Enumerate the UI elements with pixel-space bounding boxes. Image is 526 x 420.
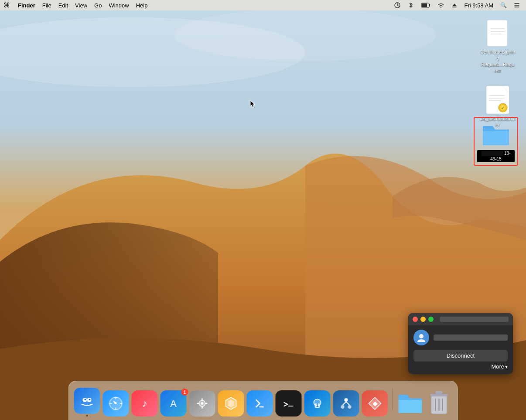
menubar-right: Fri 9:58 AM 🔍 (391, 2, 523, 9)
user-name-field (434, 335, 508, 341)
trash-dock-icon (426, 390, 452, 417)
menu-help[interactable]: Help (133, 0, 151, 10)
1password-dock-icon: 1 (304, 390, 331, 417)
popup-zoom-button[interactable] (428, 317, 434, 322)
popup-title-blocked (440, 317, 509, 322)
menu-window[interactable]: Window (105, 0, 132, 10)
wifi-status[interactable] (435, 2, 447, 8)
dock-item-system-prefs[interactable] (189, 390, 215, 417)
popup-content: Disconnect More ▾ (408, 325, 513, 374)
more-chevron: ▾ (505, 364, 508, 370)
menu-view[interactable]: View (72, 0, 91, 10)
more-label: More (491, 363, 504, 370)
menu-finder[interactable]: Finder (14, 0, 39, 10)
svg-rect-40 (202, 398, 203, 400)
popup-user-row (413, 330, 508, 345)
popup-actions: Disconnect (413, 350, 508, 362)
finder-active-dot (86, 415, 88, 417)
terminal-dock-icon (276, 390, 302, 417)
svg-point-53 (348, 405, 352, 409)
dock-item-appstore[interactable]: A 1 (161, 390, 187, 417)
svg-line-54 (343, 402, 346, 405)
folder-label-prefix: ███████ (482, 151, 503, 156)
popup-close-button[interactable] (413, 317, 418, 322)
csr-icon-image (484, 19, 512, 47)
dock-item-folder[interactable] (397, 390, 424, 417)
sourcetree-dock-icon (333, 390, 359, 417)
svg-line-55 (346, 402, 350, 405)
svg-rect-6 (429, 4, 430, 7)
dock-item-xcode[interactable] (247, 390, 273, 417)
dock-item-terminal[interactable] (276, 390, 302, 417)
svg-point-35 (115, 403, 117, 404)
selected-folder-label: ███████ 18-49-15 (477, 150, 515, 162)
finder-dock-icon (74, 388, 100, 414)
svg-rect-60 (436, 391, 443, 394)
svg-rect-26 (483, 130, 509, 131)
svg-rect-5 (422, 3, 427, 7)
svg-text:A: A (170, 398, 177, 409)
dock-item-sketch[interactable] (218, 390, 244, 417)
svg-point-31 (85, 399, 86, 400)
apple-menu[interactable]: ⌘ (3, 1, 10, 9)
dock: ♪ A 1 (68, 381, 458, 420)
more-row[interactable]: More ▾ (413, 363, 508, 370)
svg-text:♪: ♪ (142, 397, 147, 409)
dock-item-finder[interactable] (74, 388, 100, 417)
user-avatar (413, 330, 429, 345)
svg-rect-41 (202, 406, 203, 409)
clock: Fri 9:58 AM (462, 2, 496, 9)
appstore-badge: 1 (181, 389, 188, 396)
dock-item-music[interactable]: ♪ (132, 390, 158, 417)
folder-dock-icon (397, 390, 424, 417)
svg-point-51 (345, 398, 348, 402)
svg-point-39 (201, 402, 204, 405)
dock-item-safari[interactable] (103, 390, 129, 417)
svg-point-32 (89, 399, 91, 400)
xcode-dock-icon (247, 390, 273, 417)
desktop-icons-area: CertificateSigning Request...Request ✓ i… (478, 17, 517, 130)
menu-edit[interactable]: Edit (55, 0, 72, 10)
svg-point-52 (341, 405, 345, 409)
svg-rect-59 (430, 394, 448, 396)
svg-point-1 (0, 17, 305, 87)
sysprefs-dock-icon (189, 390, 215, 417)
time-machine-status[interactable] (391, 2, 403, 9)
safari-dock-icon (103, 390, 129, 417)
dock-item-1password[interactable]: 1 (304, 390, 331, 417)
bluetooth-status[interactable] (405, 2, 417, 9)
dock-separator (393, 388, 393, 410)
cert-icon-image: ✓ (484, 86, 512, 114)
menu-go[interactable]: Go (91, 0, 105, 10)
dock-item-trash[interactable] (426, 390, 452, 417)
menu-file[interactable]: File (39, 0, 55, 10)
notification-center-icon[interactable] (511, 2, 523, 8)
eject-status[interactable] (449, 2, 460, 8)
svg-point-2 (174, 9, 436, 61)
desktop-icon-csr[interactable]: CertificateSigning Request...Request (478, 17, 517, 75)
svg-text:✓: ✓ (501, 106, 505, 110)
folder-icon-image (482, 120, 510, 148)
disconnect-popup: Disconnect More ▾ (408, 313, 513, 374)
dock-item-sourcetree[interactable] (333, 390, 359, 417)
music-dock-icon: ♪ (132, 390, 158, 417)
svg-text:1: 1 (316, 403, 319, 408)
popup-titlebar (408, 313, 513, 325)
sketch-dock-icon (218, 390, 244, 417)
svg-rect-42 (197, 403, 199, 404)
svg-rect-43 (205, 403, 208, 404)
popup-minimize-button[interactable] (420, 317, 426, 322)
spotlight-icon[interactable]: 🔍 (498, 2, 509, 8)
menubar: ⌘ Finder File Edit View Go Window Help F… (0, 0, 526, 10)
selected-folder[interactable]: ███████ 18-49-15 (474, 117, 518, 166)
disconnect-button[interactable]: Disconnect (413, 350, 508, 362)
svg-text:◆: ◆ (372, 400, 378, 407)
csr-icon-label: CertificateSigning Request...Request (480, 49, 516, 74)
battery-status[interactable] (418, 2, 433, 8)
git-dock-icon: ◆ (362, 390, 388, 417)
dock-item-git[interactable]: ◆ (362, 390, 388, 417)
svg-point-27 (419, 334, 424, 338)
svg-rect-28 (79, 392, 96, 410)
svg-rect-7 (452, 7, 457, 7)
